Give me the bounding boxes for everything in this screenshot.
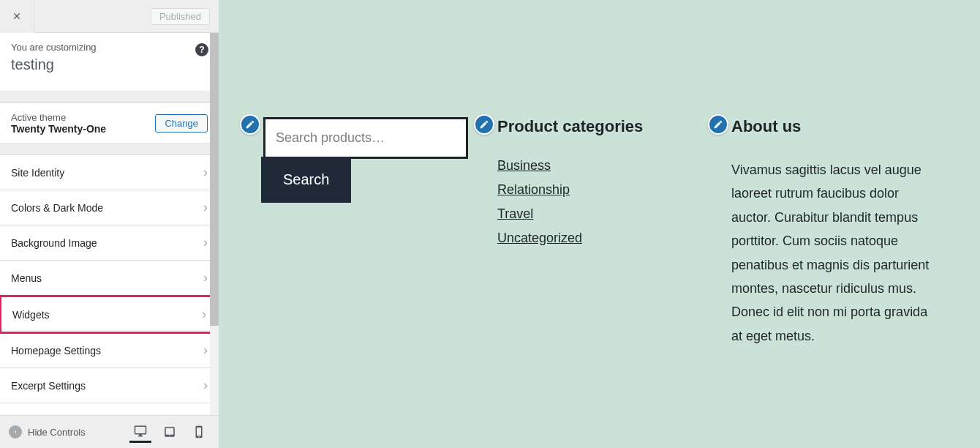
pencil-icon (713, 119, 723, 130)
pencil-icon (245, 119, 255, 130)
menu-item-site-identity[interactable]: Site Identity › (0, 155, 219, 190)
device-icons (129, 421, 210, 443)
device-mobile-icon[interactable] (188, 421, 210, 443)
chevron-right-icon: › (203, 165, 208, 180)
menu-item-label: Background Image (11, 237, 97, 249)
edit-widget-button[interactable] (708, 114, 728, 135)
theme-section: Active theme Twenty Twenty-One Change (0, 103, 219, 144)
widget-categories: Product categories Business Relationship… (497, 117, 702, 426)
customizing-label: You are customizing (11, 42, 208, 53)
menu-item-woocommerce[interactable]: WooCommerce › (0, 403, 219, 415)
close-button[interactable] (0, 0, 34, 33)
hide-controls-button[interactable]: Hide Controls (9, 425, 86, 438)
published-button[interactable]: Published (151, 8, 210, 25)
scrollbar-thumb[interactable] (210, 33, 219, 326)
menu-item-colors[interactable]: Colors & Dark Mode › (0, 190, 219, 225)
menu-item-homepage-settings[interactable]: Homepage Settings › (0, 333, 219, 368)
menu-item-widgets[interactable]: Widgets › (0, 295, 219, 334)
chevron-right-icon: › (203, 270, 208, 285)
menu-item-menus[interactable]: Menus › (0, 261, 219, 296)
customizing-info: You are customizing testing ? (0, 33, 219, 92)
collapse-icon (9, 425, 22, 438)
sidebar-footer: Hide Controls (0, 415, 219, 448)
menu-item-label: Widgets (12, 309, 50, 321)
about-title: About us (731, 117, 936, 136)
spacer (0, 144, 219, 155)
site-name: testing (11, 56, 208, 73)
sidebar-scroll: You are customizing testing ? Active the… (0, 33, 219, 415)
menu-item-excerpt-settings[interactable]: Excerpt Settings › (0, 368, 219, 403)
help-icon[interactable]: ? (195, 43, 208, 56)
chevron-right-icon: › (203, 200, 208, 215)
chevron-right-icon: › (203, 378, 208, 393)
theme-name: Twenty Twenty-One (11, 123, 106, 135)
menu-item-label: Colors & Dark Mode (11, 202, 103, 214)
search-input[interactable] (263, 117, 468, 159)
category-link[interactable]: Travel (497, 206, 533, 221)
categories-title: Product categories (497, 117, 702, 136)
categories-list: Business Relationship Travel Uncategoriz… (497, 158, 702, 246)
search-button[interactable]: Search (261, 157, 351, 203)
hide-controls-label: Hide Controls (28, 427, 86, 438)
menu-item-label: Menus (11, 272, 42, 284)
widget-about: About us Vivamus sagittis lacus vel augu… (731, 117, 936, 426)
scrollbar-track[interactable] (210, 33, 219, 415)
category-link[interactable]: Relationship (497, 182, 570, 197)
preview-pane: Search Product categories Business Relat… (219, 0, 980, 448)
chevron-right-icon: › (203, 343, 208, 358)
about-text: Vivamus sagittis lacus vel augue laoreet… (731, 158, 936, 348)
sidebar-header: Published (0, 0, 219, 33)
device-desktop-icon[interactable] (129, 421, 151, 443)
widget-search: Search (263, 117, 468, 426)
menu-item-label: Homepage Settings (11, 345, 101, 356)
category-link[interactable]: Business (497, 158, 551, 173)
chevron-right-icon: › (203, 235, 208, 250)
change-theme-button[interactable]: Change (155, 114, 208, 132)
spacer (0, 92, 219, 103)
close-icon (12, 11, 22, 21)
customizer-sidebar: Published You are customizing testing ? … (0, 0, 219, 448)
edit-widget-button[interactable] (240, 114, 260, 135)
menu-list: Site Identity › Colors & Dark Mode › Bac… (0, 155, 219, 415)
device-tablet-icon[interactable] (159, 421, 181, 443)
chevron-right-icon: › (202, 307, 206, 322)
menu-item-label: Excerpt Settings (11, 380, 86, 392)
menu-item-background-image[interactable]: Background Image › (0, 225, 219, 261)
category-link[interactable]: Uncategorized (497, 231, 582, 245)
edit-widget-button[interactable] (474, 114, 494, 135)
pencil-icon (479, 119, 489, 130)
theme-label: Active theme (11, 112, 106, 123)
menu-item-label: Site Identity (11, 167, 64, 179)
